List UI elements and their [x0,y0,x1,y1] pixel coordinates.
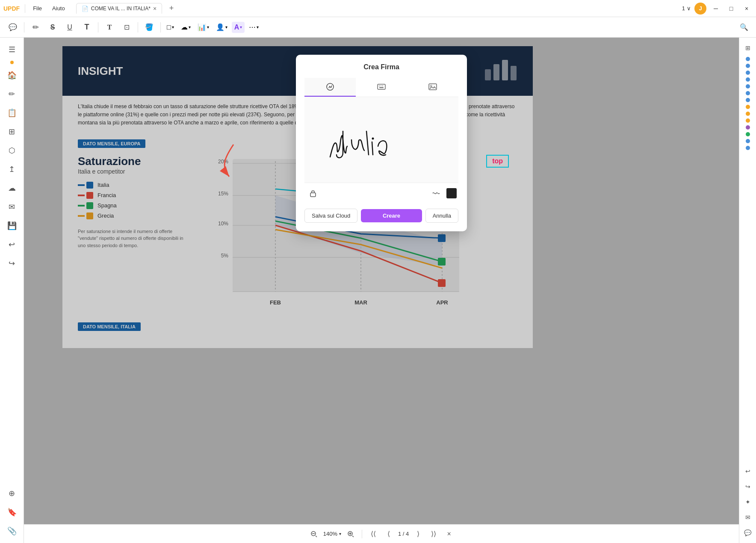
last-page-button[interactable]: ⟩⟩ [428,528,440,540]
sidebar-mail-btn[interactable]: ✉ [3,198,21,215]
shape-button[interactable]: □ ▾ [164,22,177,33]
svg-line-40 [352,536,354,537]
create-button[interactable]: Creare [361,209,422,222]
more-button[interactable]: ⋯ ▾ [246,21,261,33]
right-btn-bottom-2[interactable]: ↪ [741,480,755,493]
lock-icon [309,189,317,198]
right-sidebar: ⊞ ↩ ↪ ✦ ✉ 💬 [739,38,756,543]
highlight-arrow-icon: ▾ [240,25,242,30]
tab-close-button[interactable]: × [153,5,157,12]
dialog-tab-draw[interactable] [304,78,356,97]
right-dot-9 [746,112,750,116]
sidebar-redo-btn[interactable]: ↪ [3,255,21,272]
signature-canvas[interactable] [304,97,458,183]
titlebar-sep1 [25,4,25,13]
active-tab[interactable]: 📄 COME VA IL ... IN ITALIA* × [76,3,162,14]
sidebar-pages-btn[interactable]: 📋 [3,104,21,121]
sidebar-save-btn[interactable]: 💾 [3,217,21,234]
dialog-tab-image[interactable] [407,78,458,97]
person-button[interactable]: 👤 ▾ [213,21,230,33]
zoom-out-button[interactable] [308,528,320,540]
page-number-nav[interactable]: 1 ∨ [682,5,691,12]
lock-icon-btn[interactable] [306,186,320,200]
dialog-tabs [304,78,458,97]
close-button[interactable]: × [741,3,753,15]
sidebar-edit-btn[interactable]: ✏ [3,86,21,103]
text-field-button[interactable]: T [102,20,117,35]
image-icon [428,82,437,91]
right-dot-2 [746,64,750,68]
zoom-out-icon [310,531,317,537]
sidebar-cloud-btn[interactable]: ☁ [3,180,21,197]
underline-button[interactable]: U [62,20,77,35]
prev-page-button[interactable]: ⟨ [383,528,395,540]
main-layout: ☰ 🏠 ✏ 📋 ⊞ ⬡ ↥ ☁ ✉ 💾 ↩ ↪ ⊕ 🔖 📎 INSIGHT [0,38,756,543]
page-info: 1 / 4 [398,531,409,537]
dialog-title: Crea Firma [304,63,458,71]
top-annotation: top [486,155,509,168]
right-dot-1 [746,57,750,61]
right-btn-bottom-1[interactable]: ↩ [741,464,755,478]
minimize-button[interactable]: ─ [710,3,722,15]
sidebar-home-btn[interactable]: 🏠 [3,67,21,84]
right-dot-14 [746,146,750,150]
sidebar-accent-dot [10,61,14,64]
shape-arrow-icon: ▾ [172,25,174,30]
svg-point-34 [372,138,374,140]
text-select-button[interactable]: T [79,20,94,35]
new-tab-button[interactable]: + [165,3,177,15]
sidebar-attach-btn[interactable]: 📎 [3,522,21,540]
right-dot-4 [746,77,750,82]
right-dot-7 [746,98,750,102]
sidebar-layers-btn[interactable]: ⊕ [3,485,21,502]
sidebar-menu-btn[interactable]: ☰ [3,41,21,58]
right-btn-star[interactable]: ✦ [741,495,755,509]
right-btn-chat[interactable]: 💬 [741,526,755,540]
chart-button[interactable]: 📊 ▾ [195,21,212,33]
text-box-button[interactable]: ⊡ [119,20,134,35]
bottom-bar: 140% ▾ ⟨⟨ ⟨ 1 / 4 ⟩ ⟩⟩ × [24,524,739,543]
color-swatch-black[interactable] [446,188,457,198]
dialog-toolbar [304,183,458,204]
cancel-button[interactable]: Annulla [425,209,458,223]
tab-icon: 📄 [82,6,89,12]
highlight-pen-button[interactable]: ✏ [28,20,43,35]
right-btn-1[interactable]: ⊞ [741,41,755,55]
svg-line-37 [316,536,317,537]
paint-button[interactable]: 🪣 [142,20,157,35]
sidebar-extract-btn[interactable]: ↥ [3,161,21,178]
next-page-button[interactable]: ⟩ [412,528,424,540]
red-arrow-indicator [208,140,259,183]
menu-aiuto[interactable]: Aiuto [48,3,69,13]
menu-file[interactable]: File [29,3,46,13]
maximize-button[interactable]: □ [725,3,737,15]
right-dot-13 [746,139,750,143]
close-bar-button[interactable]: × [443,528,455,540]
svg-rect-27 [378,84,385,89]
sidebar-merge-btn[interactable]: ⬡ [3,142,21,159]
zoom-display: 140% ▾ [323,531,341,537]
shape-icon: □ [167,24,171,31]
first-page-button[interactable]: ⟨⟨ [367,528,379,540]
sidebar-undo-btn[interactable]: ↩ [3,236,21,253]
user-avatar[interactable]: J [694,3,706,15]
cloud-shape-button[interactable]: ☁ ▾ [178,21,193,33]
sidebar-bookmark-btn[interactable]: 🔖 [3,504,21,521]
sidebar-table-btn[interactable]: ⊞ [3,123,21,140]
right-btn-mail[interactable]: ✉ [741,511,755,524]
right-dot-11 [746,125,750,130]
strikethrough-button[interactable]: S [45,20,60,35]
save-cloud-button[interactable]: Salva sul Cloud [304,209,357,223]
highlight-marker-button[interactable]: A ▾ [232,22,245,33]
zoom-in-button[interactable] [345,528,357,540]
keyboard-icon [377,82,386,91]
content-area: INSIGHT L'Italia chiude il mese di febbr… [24,38,739,543]
person-icon: 👤 [216,23,224,31]
dialog-tab-keyboard[interactable] [356,78,407,97]
comment-button[interactable]: 💬 [5,20,21,35]
person-arrow-icon: ▾ [225,25,227,30]
toolbar: 💬 ✏ S U T T ⊡ 🪣 □ ▾ ☁ ▾ 📊 ▾ 👤 ▾ A ▾ ⋯ ▾ … [0,17,756,38]
search-button[interactable]: 🔍 [737,21,751,34]
wave-icon-btn[interactable] [429,186,443,200]
dialog-overlay: Crea Firma [24,38,739,543]
